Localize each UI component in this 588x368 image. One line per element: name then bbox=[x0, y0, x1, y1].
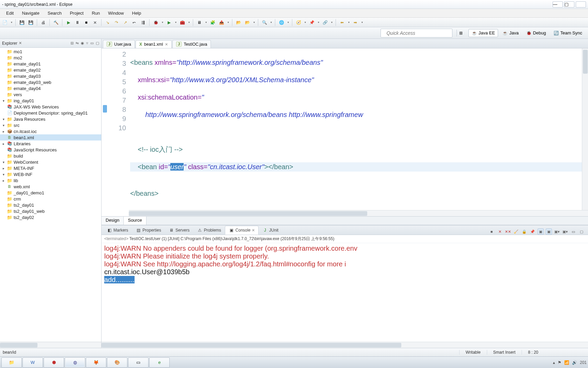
pin-dropdown[interactable]: ▾ bbox=[317, 19, 320, 26]
tree-item[interactable]: ▾WEB-INF bbox=[0, 171, 101, 177]
run-icon[interactable]: ▶ bbox=[166, 19, 172, 26]
scrollbar-thumb[interactable] bbox=[102, 343, 401, 348]
expander-icon[interactable]: ▾ bbox=[1, 117, 5, 121]
maximize-view-icon[interactable]: ▢ bbox=[578, 229, 585, 235]
editor-hscrollbar[interactable] bbox=[129, 210, 588, 216]
tree-item[interactable]: ts2_day01 bbox=[0, 202, 101, 208]
link-dropdown[interactable]: ▾ bbox=[330, 19, 333, 26]
expander-icon[interactable]: ▸ bbox=[1, 129, 5, 133]
web-browser-icon[interactable]: 🌐 bbox=[278, 19, 285, 26]
scroll-lock-icon[interactable]: 🔒 bbox=[521, 229, 527, 235]
view-markers[interactable]: ◧Markers bbox=[103, 226, 132, 235]
taskbar-firefox[interactable]: 🦊 bbox=[86, 357, 106, 368]
menu-project[interactable]: Project bbox=[66, 10, 88, 16]
step-return-icon[interactable]: ↗ bbox=[122, 19, 129, 26]
tree-item[interactable]: mo1 bbox=[0, 48, 101, 55]
print-icon[interactable]: 🖨 bbox=[40, 19, 47, 26]
forward-icon[interactable]: ➡ bbox=[352, 19, 359, 26]
debug-pause-icon[interactable]: ⏸ bbox=[74, 19, 81, 26]
expander-icon[interactable] bbox=[1, 203, 5, 207]
tree-item[interactable]: ▸cn.itcast.ioc bbox=[0, 128, 101, 134]
taskbar-app1[interactable]: ⬢ bbox=[44, 357, 64, 368]
link-editor-icon[interactable]: 🔗 bbox=[322, 19, 328, 26]
expander-icon[interactable]: ▾ bbox=[1, 172, 5, 176]
expander-icon[interactable]: ▾ bbox=[1, 160, 5, 164]
tray-arrow-icon[interactable]: ▴ bbox=[553, 360, 555, 365]
tree-item[interactable]: JavaScript Resources bbox=[0, 147, 101, 153]
status-insert[interactable]: Smart Insert bbox=[487, 350, 522, 355]
save-all-icon[interactable]: 💾 bbox=[27, 19, 34, 26]
toggle-breadcrumb-icon[interactable]: 🧭 bbox=[295, 19, 302, 26]
expander-icon[interactable] bbox=[1, 209, 5, 213]
search-dropdown[interactable]: ▾ bbox=[270, 19, 272, 26]
tray-network-icon[interactable]: 📶 bbox=[564, 360, 569, 365]
menu-navigate[interactable]: Navigate bbox=[18, 10, 43, 16]
design-tab[interactable]: Design bbox=[102, 217, 124, 225]
perspective-teamsync[interactable]: 🔄Team Sync bbox=[551, 29, 585, 37]
status-writable[interactable]: Writable bbox=[459, 350, 487, 355]
tree-item[interactable]: web.xml bbox=[0, 183, 101, 190]
tree-item[interactable]: ts2_day01_web bbox=[0, 208, 101, 214]
expander-icon[interactable]: ▸ bbox=[1, 178, 5, 182]
web-dropdown[interactable]: ▾ bbox=[287, 19, 289, 26]
run-dropdown[interactable]: ▾ bbox=[174, 19, 177, 26]
taskbar-ie[interactable]: e bbox=[149, 357, 170, 368]
tree-item[interactable]: ▾WebContent bbox=[0, 159, 101, 165]
remove-launch-icon[interactable]: ✕ bbox=[497, 229, 503, 235]
tree-item[interactable]: ts2_day02 bbox=[0, 214, 101, 220]
scrollbar-thumb[interactable] bbox=[0, 343, 37, 348]
tree-item[interactable]: ernate_day03_web bbox=[0, 79, 101, 85]
close-icon[interactable]: ✕ bbox=[19, 41, 22, 45]
tree-item[interactable]: mo2 bbox=[0, 55, 101, 61]
minimize-button[interactable]: — bbox=[553, 1, 563, 8]
step-over-icon[interactable]: ↷ bbox=[113, 19, 120, 26]
expander-icon[interactable] bbox=[1, 62, 5, 66]
menu-window[interactable]: Window bbox=[104, 10, 128, 16]
tree-item[interactable]: ernate_day02 bbox=[0, 67, 101, 73]
console-hscrollbar[interactable] bbox=[102, 342, 588, 348]
maximize-view-icon[interactable]: ▢ bbox=[96, 41, 99, 45]
open-task-icon[interactable]: 📂 bbox=[244, 19, 251, 26]
expander-icon[interactable]: ▾ bbox=[1, 99, 5, 103]
server-icon[interactable]: 🖥 bbox=[196, 19, 203, 26]
link-with-editor-icon[interactable]: ⇋ bbox=[76, 41, 79, 45]
collapse-all-icon[interactable]: ⊟ bbox=[71, 41, 74, 45]
tree-item[interactable]: ▾Java Resources bbox=[0, 116, 101, 122]
breadcrumb-dropdown[interactable]: ▾ bbox=[304, 19, 306, 26]
tray-time[interactable]: 201 bbox=[580, 360, 587, 365]
new-icon[interactable]: 📄 bbox=[1, 19, 8, 26]
open-task-dropdown[interactable]: ▾ bbox=[253, 19, 255, 26]
pin-console-icon[interactable]: 📌 bbox=[529, 229, 536, 235]
expander-icon[interactable] bbox=[1, 135, 5, 139]
expander-icon[interactable] bbox=[1, 197, 5, 201]
debug-disconnect-icon[interactable]: ⤫ bbox=[92, 19, 98, 26]
open-type-icon[interactable]: 📂 bbox=[235, 19, 242, 26]
close-button[interactable] bbox=[576, 1, 586, 8]
tree-item[interactable]: ernate_day03 bbox=[0, 73, 101, 79]
expander-icon[interactable]: ▸ bbox=[1, 142, 5, 146]
expander-icon[interactable] bbox=[1, 148, 5, 152]
tree-item[interactable]: Deployment Descriptor: spring_day01 bbox=[0, 110, 101, 116]
tree-item[interactable]: ernate_day01 bbox=[0, 61, 101, 67]
clear-console-icon[interactable]: 🧹 bbox=[513, 229, 519, 235]
tray-volume-icon[interactable]: 🔊 bbox=[572, 360, 577, 365]
menu-run[interactable]: Run bbox=[88, 10, 104, 16]
tree-item[interactable]: _day01_demo1 bbox=[0, 190, 101, 196]
taskbar-eclipse[interactable]: ◍ bbox=[65, 357, 85, 368]
tree-item[interactable]: ▸lib bbox=[0, 177, 101, 183]
perspective-debug[interactable]: 🐞Debug bbox=[523, 29, 549, 37]
explorer-hscrollbar[interactable] bbox=[0, 342, 101, 348]
perspective-java[interactable]: ☕Java bbox=[499, 29, 522, 37]
taskbar-paint[interactable]: 🎨 bbox=[107, 357, 127, 368]
menu-help[interactable]: Help bbox=[128, 10, 145, 16]
external-tools-icon[interactable]: 🧰 bbox=[179, 19, 186, 26]
tree-item[interactable]: crm bbox=[0, 196, 101, 202]
scrollbar-thumb[interactable] bbox=[583, 50, 588, 74]
console-body[interactable]: log4j:WARN No appenders could be found f… bbox=[102, 243, 588, 342]
open-perspective-icon[interactable]: ⊞ bbox=[458, 30, 464, 36]
editor-tab-testioc[interactable]: TestIOC.java bbox=[172, 40, 211, 48]
expander-icon[interactable] bbox=[1, 74, 5, 78]
terminate-icon[interactable]: ■ bbox=[489, 229, 495, 235]
new-server-icon[interactable]: 🧩 bbox=[209, 19, 216, 26]
expander-icon[interactable] bbox=[1, 215, 5, 219]
